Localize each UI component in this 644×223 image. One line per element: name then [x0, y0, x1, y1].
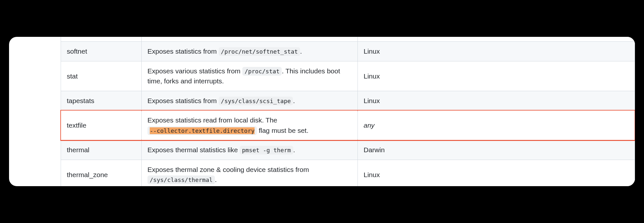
collector-name: thermal_zone — [67, 171, 108, 178]
desc-text: Exposes statistics from — [147, 48, 219, 55]
collector-name-cell: softnet — [61, 42, 142, 61]
collector-os-cell: Linux — [358, 160, 635, 186]
table-row: softnet Exposes statistics from /proc/ne… — [61, 42, 635, 61]
collector-os-cell: Linux — [358, 42, 635, 61]
desc-text: Exposes various statistics from — [147, 67, 242, 75]
os-name: Linux — [364, 171, 380, 178]
desc-text: . — [293, 97, 295, 104]
table-row: thermal_zone Exposes thermal zone & cool… — [61, 160, 635, 186]
desc-text: . — [293, 146, 295, 154]
code-path: /sys/class/thermal — [147, 175, 215, 184]
desc-text: Exposes statistics read from local disk.… — [147, 116, 277, 124]
desc-text: Exposes statistics from — [147, 97, 219, 104]
collector-desc-cell — [142, 37, 358, 42]
collector-name: stat — [67, 72, 78, 80]
collector-name: tapestats — [67, 97, 94, 104]
collector-desc-cell: Exposes thermal statistics like pmset -g… — [142, 140, 358, 160]
highlight-mark: --collector.textfile.directory — [150, 127, 255, 134]
desc-text: . — [300, 48, 302, 55]
code-path: /proc/net/softnet_stat — [219, 47, 300, 56]
document-card: softnet Exposes statistics from /proc/ne… — [9, 37, 635, 186]
desc-text: flag must be set. — [257, 127, 308, 134]
code-path: --collector.textfile.directory — [147, 126, 257, 135]
collector-name: thermal — [67, 146, 89, 154]
collector-name-cell: stat — [61, 61, 142, 91]
collector-desc-cell: Exposes statistics from /proc/net/softne… — [142, 42, 358, 61]
content-wrapper: softnet Exposes statistics from /proc/ne… — [9, 37, 635, 186]
collector-os-cell — [358, 37, 635, 42]
code-path: /sys/class/scsi_tape — [219, 97, 293, 105]
collector-os-cell: Linux — [358, 91, 635, 111]
table-row — [61, 37, 635, 42]
os-name: Linux — [364, 97, 380, 104]
collector-name-cell: textfile — [61, 111, 142, 140]
table-row-highlighted: textfile Exposes statistics read from lo… — [61, 111, 635, 140]
collector-os-cell: Linux — [358, 61, 635, 91]
collector-name-cell: thermal_zone — [61, 160, 142, 186]
os-name: any — [364, 122, 375, 129]
os-name: Darwin — [364, 146, 385, 154]
collector-desc-cell: Exposes thermal zone & cooling device st… — [142, 160, 358, 186]
table-row: thermal Exposes thermal statistics like … — [61, 140, 635, 160]
collector-os-cell: any — [358, 111, 635, 140]
table-row: tapestats Exposes statistics from /sys/c… — [61, 91, 635, 111]
collector-os-cell: Darwin — [358, 140, 635, 160]
collector-name-cell — [61, 37, 142, 42]
desc-text: Exposes thermal zone & cooling device st… — [147, 166, 309, 173]
collectors-table: softnet Exposes statistics from /proc/ne… — [61, 37, 635, 186]
collector-name: softnet — [67, 48, 87, 55]
collector-desc-cell: Exposes various statistics from /proc/st… — [142, 61, 358, 91]
os-name: Linux — [364, 72, 380, 80]
table-row: stat Exposes various statistics from /pr… — [61, 61, 635, 91]
collector-name-cell: tapestats — [61, 91, 142, 111]
desc-text: Exposes thermal statistics like — [147, 146, 240, 154]
os-name: Linux — [364, 48, 380, 55]
code-path: pmset -g therm — [240, 146, 293, 154]
desc-text: . — [215, 176, 217, 183]
collector-name-cell: thermal — [61, 140, 142, 160]
collector-desc-cell: Exposes statistics read from local disk.… — [142, 111, 358, 140]
collector-desc-cell: Exposes statistics from /sys/class/scsi_… — [142, 91, 358, 111]
code-path: /proc/stat — [242, 67, 282, 76]
collector-name: textfile — [67, 122, 86, 129]
